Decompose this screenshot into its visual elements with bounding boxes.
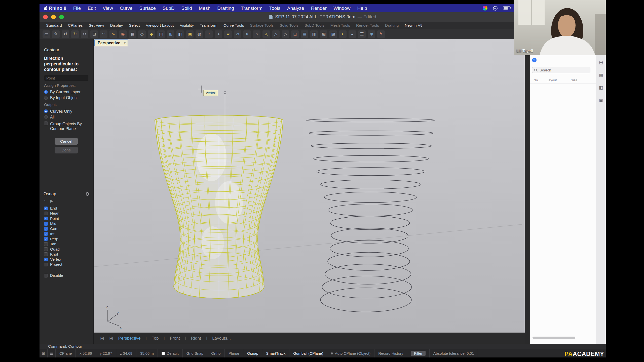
status-record-history[interactable]: Record History (374, 349, 407, 357)
tool-icon-23[interactable]: ○ (253, 30, 260, 38)
osnap-near[interactable]: Near (44, 211, 62, 216)
menu-solid[interactable]: Solid (181, 6, 192, 11)
radio-by-current-layer[interactable]: By Current Layer (44, 89, 81, 95)
osnap-tan[interactable]: Tan (44, 242, 62, 247)
layer-color-swatch[interactable] (162, 352, 165, 355)
column-layout[interactable]: Layout (547, 78, 557, 82)
zoom-button[interactable] (59, 15, 64, 19)
tool-icon-29[interactable]: ▥ (310, 30, 318, 38)
status-cplane[interactable]: CPlane (56, 349, 76, 357)
menu-surface[interactable]: Surface (139, 6, 156, 11)
status-list-icon[interactable]: ☰ (48, 349, 56, 357)
tool-icon-14[interactable]: ⊞ (167, 30, 174, 38)
display-color-icon[interactable] (483, 6, 487, 11)
viewport-grid-icon-1[interactable]: ⊞ (100, 335, 104, 341)
menu-drafting[interactable]: Drafting (217, 6, 234, 11)
tool-icon-5[interactable]: ✂ (81, 30, 88, 38)
tool-icon-24[interactable]: ◬ (262, 30, 270, 38)
menu-tools[interactable]: Tools (269, 6, 280, 11)
done-button[interactable]: Done (55, 147, 78, 153)
toolbar-tab-render-tools[interactable]: Render Tools (356, 23, 379, 28)
toolbar-tab-subd-tools[interactable]: SubD Tools (305, 23, 324, 28)
tool-icon-19[interactable]: ◑ (215, 30, 222, 38)
tool-icon-33[interactable]: ◒ (349, 30, 356, 38)
menu-help[interactable]: Help (357, 6, 367, 11)
menu-edit[interactable]: Edit (88, 6, 96, 11)
menu-analyze[interactable]: Analyze (287, 6, 304, 11)
osnap-point[interactable]: ✓Point (44, 216, 62, 221)
tool-icon-20[interactable]: ▰ (224, 30, 232, 38)
toolbar-tab-visibility[interactable]: Visibility (180, 23, 194, 28)
osnap-quad[interactable]: Quad (44, 247, 62, 252)
close-button[interactable] (43, 15, 48, 19)
viewport-title[interactable]: Perspective (94, 39, 124, 46)
status-ortho[interactable]: Ortho (207, 349, 225, 357)
tool-icon-15[interactable]: ◧ (176, 30, 184, 38)
toolbar-tab-display[interactable]: Display (110, 23, 123, 28)
menu-curve[interactable]: Curve (120, 6, 133, 11)
panel-tab-icon-2[interactable]: ▦ (598, 72, 603, 77)
status-auto-cplane[interactable]: Auto CPlane (Object) (327, 349, 374, 357)
tool-icon-25[interactable]: △ (272, 30, 280, 38)
osnap-toolbar-icon-2[interactable]: ▶ (50, 199, 53, 203)
cancel-button[interactable]: Cancel (55, 138, 78, 145)
tool-icon-8[interactable]: ∿ (109, 30, 117, 38)
toolbar-tab-cplanes[interactable]: CPlanes (68, 23, 83, 28)
tool-icon-27[interactable]: ◻ (291, 30, 299, 38)
tool-icon-13[interactable]: ◫ (157, 30, 165, 38)
viewport-tab-perspective[interactable]: Perspective (118, 336, 141, 341)
osnap-mid[interactable]: ✓Mid (44, 221, 62, 226)
viewport-title-dropdown[interactable]: ▾ (122, 39, 128, 46)
viewport-tab-top[interactable]: Top (152, 336, 159, 341)
tool-icon-31[interactable]: ▨ (329, 30, 337, 38)
osnap-toolbar-icon-1[interactable]: ◔ (44, 199, 46, 203)
panel-tab-icon-4[interactable]: ▣ (598, 98, 603, 103)
toolbar-tab-curve-tools[interactable]: Curve Tools (223, 23, 244, 28)
toolbar-tab-surface-tools[interactable]: Surface Tools (250, 23, 274, 28)
vase-mesh[interactable] (155, 115, 283, 298)
toolbar-tab-standard[interactable]: Standard (46, 23, 62, 28)
status-grid-icon[interactable]: ⊞ (40, 349, 48, 357)
toolbar-tab-drafting[interactable]: Drafting (385, 23, 399, 28)
viewport-canvas[interactable]: Vertexzyx (94, 39, 525, 333)
tool-icon-6[interactable]: ⊡ (90, 30, 98, 38)
tool-icon-36[interactable]: ⚑ (377, 30, 385, 38)
tool-icon-2[interactable]: ✎ (52, 30, 60, 38)
osnap-end[interactable]: ✓End (44, 206, 62, 211)
menu-rhino-8[interactable]: Rhino 8 (49, 6, 66, 11)
minimize-button[interactable] (51, 15, 56, 19)
horizontal-scrollbar[interactable] (533, 337, 575, 339)
command-line[interactable]: Command: Contour (40, 344, 606, 349)
tool-icon-21[interactable]: ▱ (234, 30, 241, 38)
osnap-disable[interactable]: Disable (44, 273, 63, 278)
status-smarttrack[interactable]: SmartTrack (262, 349, 289, 357)
menu-mesh[interactable]: Mesh (199, 6, 210, 11)
menu-render[interactable]: Render (311, 6, 327, 11)
menu-transform[interactable]: Transform (241, 6, 262, 11)
toolbar-tab-set-view[interactable]: Set View (89, 23, 104, 28)
toolbar-tab-viewport-layout[interactable]: Viewport Layout (146, 23, 174, 28)
status-planar[interactable]: Planar (225, 349, 243, 357)
tool-icon-28[interactable]: ▤ (301, 30, 308, 38)
panel-tab-icon-3[interactable]: ◧ (598, 85, 603, 90)
tool-icon-9[interactable]: ◉ (119, 30, 127, 38)
radio-by-input-object[interactable]: By Input Object (44, 95, 81, 101)
panel-tab-icon-1[interactable]: ▤ (598, 60, 603, 65)
viewport-tab-right[interactable]: Right (191, 336, 201, 341)
group-objects-checkbox[interactable]: Group Objects By Contour Plane (44, 122, 89, 131)
status-filter[interactable]: Filter (407, 349, 429, 357)
viewport-grid-icon-2[interactable]: ⊞ (109, 335, 113, 341)
osnap-project[interactable]: Project (44, 262, 62, 267)
tool-icon-3[interactable]: ↺ (62, 30, 69, 38)
radio-curves-only[interactable]: Curves Only (44, 108, 72, 114)
column-no[interactable]: No. (534, 78, 539, 82)
menu-window[interactable]: Window (333, 6, 351, 11)
column-size[interactable]: Size (571, 78, 577, 82)
do-not-disturb-icon[interactable] (493, 6, 498, 11)
tool-icon-34[interactable]: ☰ (358, 30, 366, 38)
tool-icon-32[interactable]: ◐ (339, 30, 347, 38)
tool-icon-1[interactable]: ▭ (43, 30, 50, 38)
toolbar-tab-select[interactable]: Select (129, 23, 140, 28)
status-layer[interactable]: Default (158, 349, 183, 357)
osnap-int[interactable]: ✓Int (44, 231, 62, 236)
